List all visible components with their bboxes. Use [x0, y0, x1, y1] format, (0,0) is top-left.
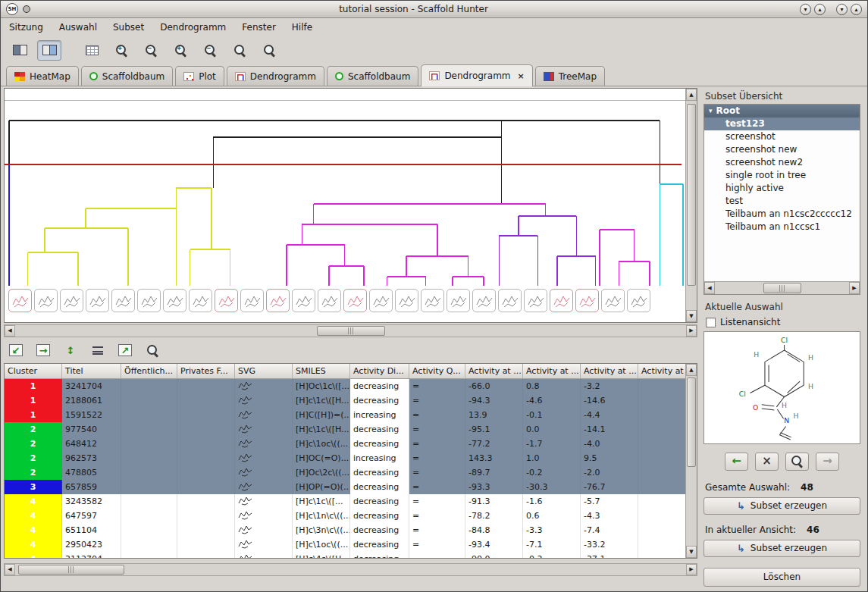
molecule-thumbnail[interactable]	[421, 289, 444, 312]
dendrogram-vertical-scrollbar[interactable]: ▲ ▼	[685, 89, 697, 322]
scroll-left-icon[interactable]: ◀	[5, 325, 15, 337]
molecule-thumbnail[interactable]	[369, 289, 393, 312]
scroll-left-icon[interactable]: ◀	[5, 564, 15, 575]
row-layout-button[interactable]	[89, 341, 107, 359]
zoom-selection-button[interactable]	[257, 40, 281, 61]
table-row[interactable]: 3657859[H]OP(=O)(...decreasing=-93.3-30.…	[5, 480, 685, 494]
list-view-option[interactable]: Listenansicht	[706, 317, 860, 327]
molecule-thumbnail[interactable]	[601, 289, 625, 312]
scroll-right-icon[interactable]: ▶	[686, 564, 697, 575]
molecule-thumbnail[interactable]	[318, 289, 341, 312]
single-view-button[interactable]	[8, 40, 32, 61]
column-header[interactable]: Öffentlich...	[121, 364, 177, 378]
molecule-thumbnail[interactable]	[627, 289, 650, 312]
molecule-thumbnail[interactable]	[163, 289, 186, 312]
tab-treemap[interactable]: TreeMap	[535, 66, 605, 86]
molecule-thumbnail[interactable]	[395, 289, 418, 312]
scroll-track[interactable]	[15, 564, 686, 575]
table-row[interactable]: 42950423[H]c\1oc\((...decreasing=-93.4-7…	[5, 537, 685, 552]
column-header[interactable]: Activity at ...	[465, 364, 523, 378]
tree-horizontal-scrollbar[interactable]: ◀ ▶	[704, 281, 860, 294]
dendrogram-pane[interactable]: ▲ ▼	[4, 88, 697, 323]
dendrogram-horizontal-scrollbar[interactable]: ◀ ▶	[4, 324, 697, 337]
column-header[interactable]: SMILES	[293, 364, 350, 378]
window-scroll-down-button[interactable]: ▾	[800, 4, 811, 15]
subset-item-highly-active[interactable]: highly active	[704, 182, 860, 195]
next-selection-button[interactable]: →	[816, 453, 839, 471]
scroll-thumb[interactable]	[317, 326, 385, 336]
list-view-checkbox[interactable]	[706, 318, 716, 327]
molecule-thumbnail[interactable]	[8, 289, 32, 312]
molecule-thumbnail[interactable]	[266, 289, 290, 312]
table-vertical-scrollbar[interactable]: ▲ ▼	[685, 364, 697, 558]
window-unshade-button[interactable]: ▴	[851, 4, 862, 15]
zoom-out-button[interactable]: −	[139, 40, 163, 61]
table-row[interactable]: 2977540[H]c\1c\([H...decreasing=-95.10.0…	[5, 422, 685, 437]
column-header[interactable]: Cluster	[5, 364, 62, 378]
subset-item-teilbaum-an-n1csc2ccccc12[interactable]: Teilbaum an n1csc2ccccc12	[704, 208, 860, 221]
scroll-down-icon[interactable]: ▼	[686, 310, 697, 322]
table-row[interactable]: 2648412[H]c\1oc\((...decreasing=-77.2-1.…	[5, 437, 685, 451]
molecule-thumbnail[interactable]	[111, 289, 135, 312]
table-row[interactable]: 43112704[H]c\4c\([H...decreasing=-90.0-0…	[5, 552, 685, 558]
zoom-original-button[interactable]	[227, 40, 252, 61]
window-shade-button[interactable]: ▾	[836, 4, 848, 15]
column-header[interactable]: Activity at ...	[581, 364, 638, 378]
fit-columns-button[interactable]: ↗	[116, 341, 134, 359]
window-stick-icon[interactable]	[23, 5, 30, 13]
subset-item-root[interactable]: ▾Root	[704, 105, 860, 117]
previous-selection-button[interactable]: ←	[725, 453, 748, 471]
subset-item-single-root-in-tree[interactable]: single root in tree	[704, 169, 860, 182]
molecule-thumbnail[interactable]	[189, 289, 212, 312]
scroll-track[interactable]	[15, 325, 686, 337]
table-row[interactable]: 12188061[H]c\1c\([H...decreasing=-94.3-4…	[5, 393, 685, 408]
molecule-thumbnail[interactable]	[524, 289, 547, 312]
tab-dendrogramm[interactable]: Dendrogramm×	[421, 64, 532, 86]
column-header[interactable]: Activity at ...	[523, 364, 581, 378]
zoom-in-button[interactable]: +	[109, 40, 133, 61]
menu-subset[interactable]: Subset	[113, 22, 144, 33]
add-to-selection-button[interactable]: ↙	[7, 341, 25, 359]
export-table-button[interactable]: →	[34, 341, 52, 359]
scroll-track[interactable]	[686, 376, 697, 546]
scroll-right-icon[interactable]: ▶	[849, 282, 860, 294]
table-zoom-button[interactable]	[143, 341, 161, 359]
molecule-thumbnail[interactable]	[60, 289, 83, 312]
create-subset-from-selection-button[interactable]: ↳ Subset erzeugen	[703, 497, 860, 515]
column-header[interactable]: SVG	[235, 364, 293, 378]
table-horizontal-scrollbar[interactable]: ◀ ▶	[4, 563, 697, 576]
molecule-thumbnail[interactable]	[34, 289, 58, 312]
window-scroll-up-button[interactable]: ▴	[814, 4, 826, 15]
column-header[interactable]: Titel	[62, 364, 121, 378]
molecule-thumbnail[interactable]	[447, 289, 470, 312]
scroll-track[interactable]	[715, 282, 849, 294]
scroll-left-icon[interactable]: ◀	[704, 282, 715, 294]
scroll-thumb[interactable]	[18, 565, 124, 575]
split-view-button[interactable]	[37, 40, 61, 61]
scroll-thumb[interactable]	[763, 283, 801, 293]
delete-selection-button[interactable]: Löschen	[703, 568, 860, 587]
molecule-thumbnail[interactable]	[498, 289, 522, 312]
table-row[interactable]: 2478805[H]Oc\2c\((...decreasing=-89.7-0.…	[5, 465, 685, 480]
column-header[interactable]: Privates F...	[177, 364, 235, 378]
column-header[interactable]: Activity at ...	[638, 364, 685, 378]
scroll-up-icon[interactable]: ▲	[686, 364, 697, 376]
tab-scaffoldbaum[interactable]: Scaffoldbaum	[81, 66, 173, 86]
molecule-thumbnail[interactable]	[550, 289, 573, 312]
tab-scaffoldbaum[interactable]: Scaffoldbaum	[327, 66, 418, 86]
table-row[interactable]: 4647597[H]c\1n\c\((...decreasing=-78.20.…	[5, 509, 685, 523]
molecule-thumbnail[interactable]	[343, 289, 367, 312]
scroll-thumb[interactable]	[687, 377, 696, 467]
fit-row-height-button[interactable]: ↕	[61, 341, 80, 359]
tab-heatmap[interactable]: HeatMap	[6, 66, 79, 86]
column-header[interactable]: Activity Di...	[350, 364, 409, 378]
subset-item-teilbaum-an-n1ccsc1[interactable]: Teilbaum an n1ccsc1	[704, 221, 860, 233]
create-subset-from-view-button[interactable]: ↳ Subset erzeugen	[703, 540, 860, 557]
scroll-track[interactable]	[686, 101, 697, 310]
molecule-thumbnail[interactable]	[575, 289, 599, 312]
subset-item-test[interactable]: test	[704, 195, 860, 208]
table-row[interactable]: 2962573[H]OC(=O)...increasing=143.31.09.…	[5, 451, 685, 465]
molecule-thumbnail[interactable]	[86, 289, 109, 312]
scroll-down-icon[interactable]: ▼	[686, 546, 697, 558]
molecule-thumbnail[interactable]	[137, 289, 161, 312]
